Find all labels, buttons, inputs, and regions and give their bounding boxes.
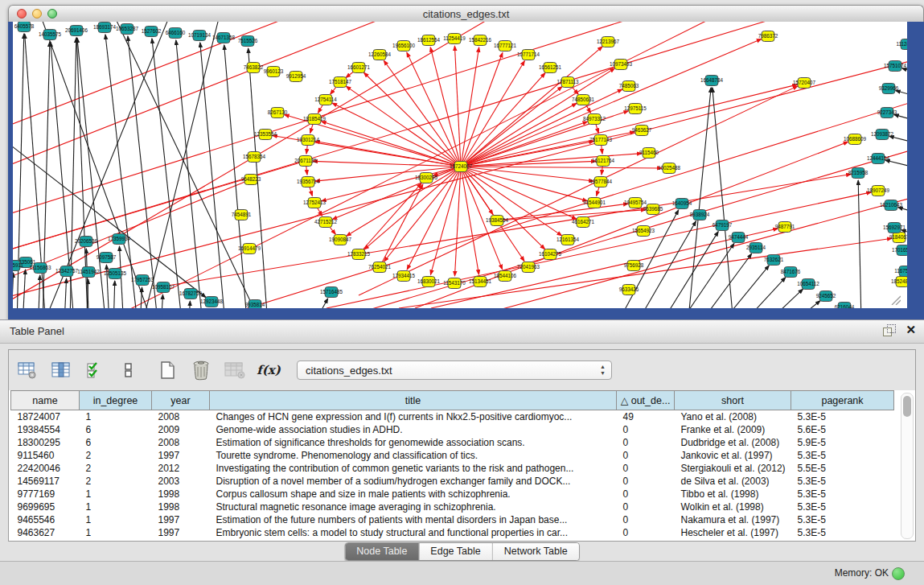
delete-table-icon[interactable] bbox=[191, 360, 211, 381]
table-cell: 1997 bbox=[152, 526, 210, 539]
table-row[interactable]: 977716911998Corpus callosum shape and si… bbox=[11, 488, 894, 501]
graph-node-label: 17518147 bbox=[329, 79, 352, 84]
table-cell: 0 bbox=[617, 501, 675, 513]
close-window-icon[interactable] bbox=[17, 9, 27, 19]
graph-node-label: 15654923 bbox=[632, 228, 655, 233]
graph-node-label: 8938924 bbox=[690, 212, 710, 217]
table-row[interactable]: 969969511998Structural magnetic resonanc… bbox=[11, 501, 894, 513]
graph-node-label: 11451942 bbox=[77, 269, 100, 274]
graph-node-label: 15134451 bbox=[469, 278, 492, 284]
graph-node-label: 14035575 bbox=[39, 31, 62, 37]
table-row[interactable]: 946554611997Estimation of the future num… bbox=[11, 513, 894, 526]
close-panel-icon[interactable]: ✕ bbox=[906, 324, 916, 336]
table-cell: 6 bbox=[80, 436, 152, 449]
table-row[interactable]: 1456911722003Disruption of a novel membe… bbox=[11, 475, 894, 488]
graph-node-label: 1527602 bbox=[142, 28, 162, 34]
table-row[interactable]: 1872400712008Changes of HCN gene express… bbox=[11, 410, 894, 424]
graph-node-label: 9756928 bbox=[624, 262, 644, 268]
graph-node-label: 16648784 bbox=[700, 77, 724, 83]
graph-node-label: 15692971 bbox=[883, 225, 906, 230]
table-cell: 19384554 bbox=[11, 423, 80, 436]
graph-node-label: 91544901 bbox=[583, 200, 606, 205]
column-header-in_degree[interactable]: in_degree bbox=[80, 391, 152, 410]
zoom-window-icon[interactable] bbox=[47, 9, 57, 19]
table-cell: 5.6E-5 bbox=[791, 423, 894, 436]
tab-node-table[interactable]: Node Table bbox=[345, 543, 418, 560]
graph-node-label: 14671358 bbox=[212, 35, 236, 40]
graph-node-label: 9115460 bbox=[639, 150, 659, 155]
table-cell: Tourette syndrome. Phenomenology and cla… bbox=[210, 449, 617, 462]
graph-node-label: 9935814 bbox=[245, 302, 265, 307]
table-cell: 5.3E-5 bbox=[791, 488, 894, 501]
new-table-icon[interactable] bbox=[157, 360, 178, 381]
column-header-year[interactable]: year bbox=[152, 391, 210, 410]
table-row[interactable]: 1830029562008Estimation of significance … bbox=[11, 436, 894, 449]
graph-node-label: 9329966 bbox=[879, 85, 899, 91]
column-header-name[interactable]: name bbox=[11, 391, 80, 410]
graph-node-label: 7463822 bbox=[244, 64, 264, 70]
column-header-out_de[interactable]: △ out_de... bbox=[617, 391, 675, 410]
tab-network-table[interactable]: Network Table bbox=[492, 543, 579, 560]
minimize-window-icon[interactable] bbox=[32, 9, 42, 19]
table-cell: 5.3E-5 bbox=[791, 449, 894, 462]
graph-node-label: 12342757 bbox=[55, 268, 79, 274]
graph-node-label: 10688609 bbox=[844, 136, 867, 142]
table-options-icon[interactable] bbox=[17, 360, 38, 381]
table-cell: 1997 bbox=[152, 449, 210, 462]
table-scrollbar[interactable] bbox=[901, 393, 914, 539]
table-cell: 2 bbox=[80, 449, 152, 462]
graph-node-label: 9639685 bbox=[643, 206, 663, 212]
graph-node-label: 6216044 bbox=[835, 304, 855, 308]
table-cell: Nakamura et al. (1997) bbox=[675, 513, 791, 526]
table-row[interactable]: 946362711997Embryonic stem cells: a mode… bbox=[11, 526, 894, 539]
network-nodes[interactable]: 6405578140355752069140618693174106532871… bbox=[13, 22, 907, 308]
row-selection-icon[interactable] bbox=[84, 360, 105, 381]
graph-node-label: 8471676 bbox=[781, 269, 801, 274]
graph-node-label: 19384554 bbox=[486, 217, 509, 223]
graph-node-label: 46164271 bbox=[572, 219, 595, 225]
table-cell: 9777169 bbox=[11, 488, 80, 501]
window-titlebar[interactable]: citations_edges.txt bbox=[8, 5, 924, 23]
table-selector-value: citations_edges.txt bbox=[306, 365, 392, 377]
table-row[interactable]: 1938455462009Genome-wide association stu… bbox=[11, 423, 894, 436]
graph-node-label: 9184067 bbox=[889, 234, 907, 240]
column-visibility-icon[interactable] bbox=[51, 360, 72, 381]
table-cell: 49 bbox=[617, 410, 675, 424]
table-selector-dropdown[interactable]: citations_edges.txt ▲▼ bbox=[297, 360, 612, 380]
scrollbar-thumb[interactable] bbox=[903, 396, 911, 417]
table-cell: Embryonic stem cells: a model to study s… bbox=[210, 526, 617, 539]
column-header-short[interactable]: short bbox=[675, 391, 791, 410]
column-header-title[interactable]: title bbox=[210, 391, 617, 410]
float-panel-icon[interactable] bbox=[883, 324, 895, 336]
table-cell: 2003 bbox=[152, 475, 210, 488]
function-builder-icon[interactable]: f(x) bbox=[258, 360, 279, 381]
graph-node-label: 7515526 bbox=[238, 38, 258, 43]
graph-node-label: 18544106 bbox=[494, 273, 517, 278]
table-cell: 1998 bbox=[152, 501, 210, 513]
graph-node-label: 19090847 bbox=[329, 237, 352, 242]
graph-node-label: 12093872 bbox=[871, 131, 894, 137]
table-cell: 0 bbox=[617, 488, 675, 501]
table-row[interactable]: 911546021997Tourette syndrome. Phenomeno… bbox=[11, 449, 894, 462]
node-table[interactable]: namein_degreeyeartitle△ out_de...shortpa… bbox=[10, 390, 894, 539]
table-cell: Disruption of a novel member of a sodium… bbox=[210, 475, 617, 488]
graph-node-label: 12923448 bbox=[200, 299, 224, 304]
network-canvas[interactable]: 6405578140355752069140618693174106532871… bbox=[13, 22, 907, 308]
column-header-pagerank[interactable]: pagerank bbox=[791, 391, 894, 410]
table-cell: 5.9E-5 bbox=[791, 436, 894, 449]
table-cell: 18724007 bbox=[11, 410, 80, 424]
table-cell: 0 bbox=[617, 475, 675, 488]
table-row[interactable]: 2242004622012Investigating the contribut… bbox=[11, 462, 894, 475]
tab-edge-table[interactable]: Edge Table bbox=[418, 543, 491, 560]
resize-grip-icon[interactable] bbox=[889, 295, 901, 305]
graph-node-label: 17934415 bbox=[392, 273, 416, 278]
memory-ok-icon[interactable] bbox=[892, 567, 905, 580]
table-cell: 2009 bbox=[152, 423, 210, 436]
graph-node-label: 18185419 bbox=[303, 116, 326, 122]
graph-node-label: 17833215 bbox=[347, 251, 371, 257]
table-cell: 9115460 bbox=[11, 449, 80, 462]
toggle-rows-icon[interactable] bbox=[118, 360, 139, 381]
graph-node-label: 10973493 bbox=[610, 61, 633, 67]
graph-node-label: 16104275 bbox=[539, 251, 562, 257]
graph-node-label: 20206536 bbox=[75, 238, 98, 244]
